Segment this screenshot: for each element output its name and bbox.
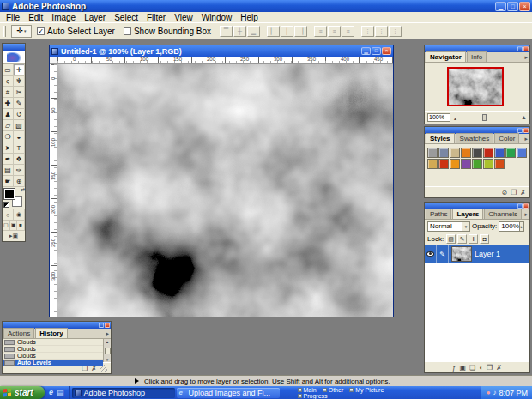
style-swatch-15[interactable] bbox=[494, 159, 505, 169]
menu-item-layer[interactable]: Layer bbox=[80, 13, 110, 22]
scrollbar-thumb[interactable] bbox=[105, 348, 111, 354]
delete-style-icon[interactable]: ✗ bbox=[520, 188, 526, 197]
desktop-shortcut-my-picture[interactable]: My Picture bbox=[349, 387, 384, 393]
internet-explorer-icon[interactable]: e bbox=[49, 386, 53, 399]
show-desktop-icon[interactable]: ▤ bbox=[57, 386, 64, 399]
style-swatch-7[interactable] bbox=[505, 148, 516, 158]
style-swatch-10[interactable] bbox=[438, 159, 449, 169]
clone-stamp-tool[interactable]: ♟ bbox=[3, 109, 14, 120]
menu-item-help[interactable]: Help bbox=[236, 13, 263, 22]
document-maximize-button[interactable]: □ bbox=[372, 47, 381, 55]
distribute-top-icon[interactable]: ≡ bbox=[314, 26, 327, 37]
palette-menu-arrow-icon[interactable]: ▸ bbox=[524, 211, 528, 218]
palette-minimize-button[interactable] bbox=[99, 323, 104, 328]
style-swatch-1[interactable] bbox=[438, 148, 449, 158]
style-swatch-14[interactable] bbox=[483, 159, 493, 169]
history-scrollbar[interactable]: ▴ ▾ bbox=[103, 339, 111, 362]
layer-mask-icon[interactable]: ▣ bbox=[460, 363, 467, 372]
layer-set-icon[interactable]: ❏ bbox=[469, 363, 475, 372]
pen-tool[interactable]: ✒ bbox=[3, 154, 14, 165]
minimize-button[interactable]: ▁ bbox=[495, 2, 506, 11]
align-bottom-icon[interactable]: ▁ bbox=[247, 26, 260, 37]
menu-item-view[interactable]: View bbox=[170, 13, 197, 22]
quick-mask-mode-button[interactable]: ◉ bbox=[14, 209, 25, 220]
distribute-right-icon[interactable]: ⋮ bbox=[389, 26, 402, 37]
jump-to-imageready-button[interactable]: ▸▣ bbox=[3, 231, 25, 241]
checkbox-show-bounding-box[interactable]: Show Bounding Box bbox=[124, 27, 211, 36]
document-close-button[interactable]: × bbox=[382, 47, 391, 55]
style-swatch-9[interactable] bbox=[427, 159, 438, 169]
history-tab-history[interactable]: History bbox=[35, 328, 68, 338]
history-state[interactable]: Clouds bbox=[3, 339, 103, 346]
new-layer-icon[interactable]: ❐ bbox=[487, 363, 493, 372]
gradient-tool[interactable]: ▧ bbox=[14, 120, 25, 131]
layer-thumbnail[interactable] bbox=[451, 246, 472, 262]
palette-menu-arrow-icon[interactable]: ▸ bbox=[524, 136, 528, 142]
style-swatch-2[interactable] bbox=[450, 148, 460, 158]
menu-item-select[interactable]: Select bbox=[110, 13, 142, 22]
slice-tool[interactable]: ✂ bbox=[14, 87, 25, 98]
style-swatch-12[interactable] bbox=[461, 159, 471, 169]
tray-shield-icon[interactable]: ● bbox=[487, 386, 491, 399]
styles-tab-styles[interactable]: Styles bbox=[426, 133, 455, 143]
lock-position-icon[interactable]: ✛ bbox=[469, 234, 478, 244]
desktop-shortcut-progress[interactable]: Progress bbox=[298, 393, 328, 399]
checkbox-auto-select-layer[interactable]: ✓Auto Select Layer bbox=[37, 27, 115, 36]
adjustment-layer-icon[interactable]: ◐ bbox=[479, 363, 483, 372]
toolbox-titlebar[interactable] bbox=[3, 44, 25, 51]
palette-close-button[interactable] bbox=[523, 46, 529, 51]
desktop-shortcut-main[interactable]: Main bbox=[298, 387, 317, 393]
opacity-arrow-icon[interactable]: ▸ bbox=[519, 222, 524, 231]
hand-tool[interactable]: ☛ bbox=[3, 176, 14, 187]
style-swatch-6[interactable] bbox=[494, 148, 505, 158]
layer-style-icon[interactable]: ƒ bbox=[452, 363, 456, 372]
magic-wand-tool[interactable]: ✻ bbox=[14, 76, 25, 87]
custom-shape-tool[interactable]: ❖ bbox=[14, 154, 25, 165]
palette-menu-arrow-icon[interactable]: ▸ bbox=[524, 54, 528, 61]
menu-item-image[interactable]: Image bbox=[47, 13, 80, 22]
crop-tool[interactable]: # bbox=[3, 87, 14, 98]
zoom-out-icon[interactable]: ▲ bbox=[453, 116, 457, 121]
close-button[interactable]: × bbox=[519, 2, 530, 11]
align-right-icon[interactable]: ▕ bbox=[294, 26, 307, 37]
taskbar-task-0[interactable]: Adobe Photoshop bbox=[72, 388, 175, 398]
taskbar-task-1[interactable]: eUpload Images and Fi... bbox=[177, 388, 280, 398]
eraser-tool[interactable]: ▱ bbox=[3, 120, 14, 131]
opacity-input[interactable]: 100% ▸ bbox=[499, 221, 524, 232]
layers-tab-channels[interactable]: Channels bbox=[484, 209, 522, 219]
blend-mode-dropdown[interactable]: Normal ▾ bbox=[427, 221, 470, 232]
slider-thumb[interactable] bbox=[482, 114, 487, 121]
history-brush-tool[interactable]: ↺ bbox=[14, 109, 25, 120]
brush-tool[interactable]: ✎ bbox=[14, 98, 25, 109]
dodge-tool[interactable]: ◒ bbox=[14, 131, 25, 142]
standard-mode-button[interactable]: ○ bbox=[3, 209, 14, 220]
start-button[interactable]: start bbox=[0, 386, 45, 399]
align-left-icon[interactable]: ▏ bbox=[267, 26, 280, 37]
palette-close-button[interactable] bbox=[523, 128, 529, 133]
lock-all-icon[interactable]: ◘ bbox=[480, 234, 489, 244]
styles-tab-swatches[interactable]: Swatches bbox=[456, 133, 494, 143]
lock-transparency-icon[interactable]: ▨ bbox=[446, 234, 456, 244]
fullscreen-mode-button[interactable]: ■ bbox=[17, 221, 25, 230]
layer-visibility-toggle[interactable] bbox=[425, 245, 437, 263]
navigator-zoom-input[interactable]: 100% bbox=[427, 113, 450, 122]
distribute-hcenter-icon[interactable]: ⋮ bbox=[375, 26, 388, 37]
type-tool[interactable]: T bbox=[14, 142, 25, 154]
menu-item-filter[interactable]: Filter bbox=[142, 13, 170, 22]
eyedropper-tool[interactable]: ✑ bbox=[14, 165, 25, 176]
blur-tool[interactable]: ❍ bbox=[3, 131, 14, 142]
style-swatch-5[interactable] bbox=[483, 148, 493, 158]
fullscreen-menubar-mode-button[interactable]: ▣ bbox=[10, 221, 18, 230]
notes-tool[interactable]: ▤ bbox=[3, 165, 14, 176]
layers-tab-paths[interactable]: Paths bbox=[426, 209, 451, 219]
standard-screen-mode-button[interactable]: ▢ bbox=[3, 221, 10, 230]
lasso-tool[interactable]: ς bbox=[3, 76, 14, 87]
palette-close-button[interactable] bbox=[523, 203, 529, 209]
lock-image-icon[interactable]: ✎ bbox=[457, 234, 467, 244]
zoom-in-icon[interactable]: ▲ bbox=[521, 114, 527, 120]
rectangular-marquee-tool[interactable]: ▭ bbox=[3, 64, 14, 76]
style-swatch-0[interactable] bbox=[427, 148, 438, 158]
distribute-bottom-icon[interactable]: ≡ bbox=[342, 26, 354, 37]
align-hcenter-icon[interactable]: │ bbox=[281, 26, 293, 37]
styles-tab-color[interactable]: Color bbox=[494, 133, 519, 143]
